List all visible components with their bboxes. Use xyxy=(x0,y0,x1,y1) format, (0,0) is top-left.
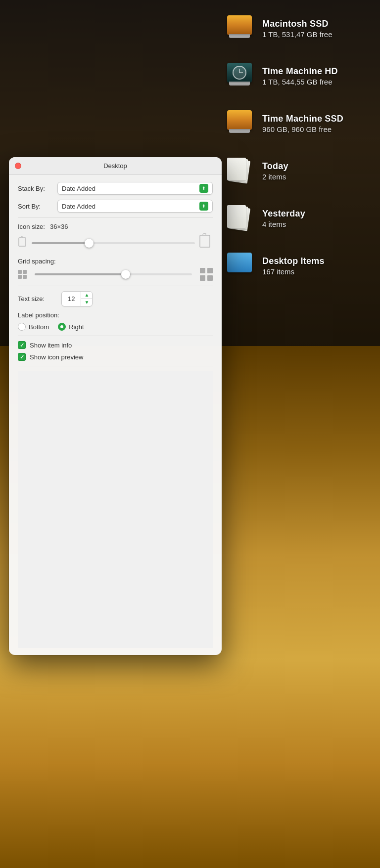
icon-size-value: 36×36 xyxy=(50,223,68,230)
label-position-section: Label position: Bottom Right xyxy=(18,311,213,331)
sort-by-label: Sort By: xyxy=(18,203,57,210)
radio-bottom xyxy=(18,323,26,331)
item-title: Macintosh SSD xyxy=(262,19,332,29)
show-icon-preview-row[interactable]: Show icon preview xyxy=(18,353,213,361)
show-item-info-checkbox[interactable] xyxy=(18,341,26,349)
desktop-preferences-window: Desktop Stack By: Date Added ⬍ Sort By: … xyxy=(9,157,222,655)
text-size-increment[interactable]: ▲ xyxy=(81,292,92,299)
window-empty-area xyxy=(18,371,213,648)
window-titlebar: Desktop xyxy=(9,157,222,175)
icon-size-slider[interactable] xyxy=(32,242,195,244)
stepper-arrows: ▲ ▼ xyxy=(81,292,92,306)
label-position-right-label: Right xyxy=(69,323,84,331)
icon-size-small-icon xyxy=(18,236,28,250)
icon-size-slider-row xyxy=(18,233,213,253)
grid-spacing-small-icon xyxy=(18,270,27,279)
divider-2 xyxy=(18,286,213,286)
today-stack-icon xyxy=(226,156,255,186)
sort-by-select[interactable]: Date Added ⬍ xyxy=(57,200,213,213)
divider-1 xyxy=(18,217,213,218)
item-subtitle: 1 TB, 531,47 GB free xyxy=(262,30,332,39)
text-size-decrement[interactable]: ▼ xyxy=(81,299,92,306)
sort-by-arrow: ⬍ xyxy=(199,202,208,211)
divider-3 xyxy=(18,336,213,336)
show-item-info-label: Show item info xyxy=(30,342,72,349)
divider-4 xyxy=(18,366,213,366)
label-position-options: Bottom Right xyxy=(18,323,213,331)
item-subtitle: 4 items xyxy=(262,220,305,228)
item-subtitle: 167 items xyxy=(262,267,325,276)
stack-by-select[interactable]: Date Added ⬍ xyxy=(57,182,213,195)
window-body: Stack By: Date Added ⬍ Sort By: Date Add… xyxy=(9,175,222,655)
icon-size-row: Icon size: 36×36 xyxy=(18,223,213,230)
item-title: Time Machine HD xyxy=(262,66,338,77)
time-machine-ssd-icon xyxy=(226,109,255,138)
sort-by-row: Sort By: Date Added ⬍ xyxy=(18,200,213,213)
stack-by-row: Stack By: Date Added ⬍ xyxy=(18,182,213,195)
text-size-row: Text size: 12 ▲ ▼ xyxy=(18,291,213,306)
item-title: Yesterday xyxy=(262,209,305,219)
time-machine-hd-icon xyxy=(226,61,255,91)
show-icon-preview-checkbox[interactable] xyxy=(18,353,26,361)
text-size-stepper[interactable]: 12 ▲ ▼ xyxy=(61,291,93,306)
label-position-bottom-option[interactable]: Bottom xyxy=(18,323,49,331)
label-position-label: Label position: xyxy=(18,311,213,319)
desktop-items-list: Macintosh SSD 1 TB, 531,47 GB free Time … xyxy=(222,0,380,295)
list-item[interactable]: Time Machine SSD 960 GB, 960 GB free xyxy=(222,105,370,142)
window-title: Desktop xyxy=(103,162,127,170)
stack-by-label: Stack By: xyxy=(18,185,57,192)
item-subtitle: 2 items xyxy=(262,173,288,181)
list-item[interactable]: Macintosh SSD 1 TB, 531,47 GB free xyxy=(222,10,370,47)
svg-rect-1 xyxy=(200,235,210,247)
list-item[interactable]: Today 2 items xyxy=(222,152,370,190)
grid-spacing-row: Grid spacing: xyxy=(18,258,213,265)
list-item[interactable]: Desktop Items 167 items xyxy=(222,247,370,285)
svg-rect-0 xyxy=(19,238,26,246)
show-item-info-row[interactable]: Show item info xyxy=(18,341,213,349)
stack-by-value: Date Added xyxy=(62,185,95,192)
item-title: Desktop Items xyxy=(262,256,325,266)
desktop-items-icon xyxy=(226,251,255,281)
grid-spacing-slider[interactable] xyxy=(35,273,192,275)
grid-spacing-large-icon xyxy=(200,268,213,281)
text-size-label: Text size: xyxy=(18,295,57,303)
close-button[interactable] xyxy=(15,163,21,169)
stack-by-arrow: ⬍ xyxy=(199,184,208,193)
show-icon-preview-label: Show icon preview xyxy=(30,353,83,361)
radio-right xyxy=(58,323,66,331)
list-item[interactable]: Yesterday 4 items xyxy=(222,200,370,237)
grid-spacing-slider-row xyxy=(18,268,213,281)
yesterday-stack-icon xyxy=(226,204,255,233)
item-title: Today xyxy=(262,161,288,172)
item-subtitle: 960 GB, 960 GB free xyxy=(262,125,343,133)
icon-size-label: Icon size: xyxy=(18,223,45,230)
label-position-bottom-label: Bottom xyxy=(29,323,49,331)
label-position-right-option[interactable]: Right xyxy=(58,323,84,331)
item-subtitle: 1 TB, 544,55 GB free xyxy=(262,78,338,86)
macintosh-ssd-icon xyxy=(226,14,255,43)
item-title: Time Machine SSD xyxy=(262,114,343,124)
window-controls xyxy=(15,163,21,169)
icon-size-large-icon xyxy=(199,233,213,253)
grid-spacing-label: Grid spacing: xyxy=(18,258,56,265)
text-size-value: 12 xyxy=(62,294,81,304)
sort-by-value: Date Added xyxy=(62,203,95,210)
list-item[interactable]: Time Machine HD 1 TB, 544,55 GB free xyxy=(222,57,370,95)
